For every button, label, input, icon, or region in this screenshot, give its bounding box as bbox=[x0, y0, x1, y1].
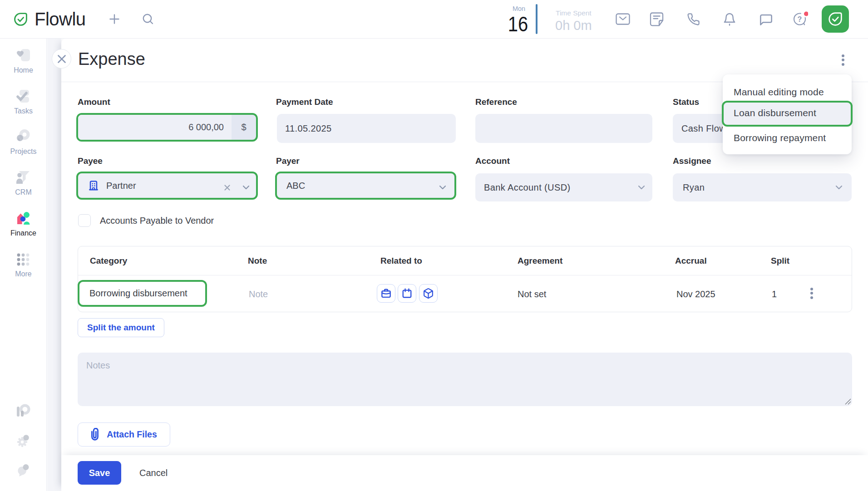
svg-text:?: ? bbox=[798, 15, 802, 23]
